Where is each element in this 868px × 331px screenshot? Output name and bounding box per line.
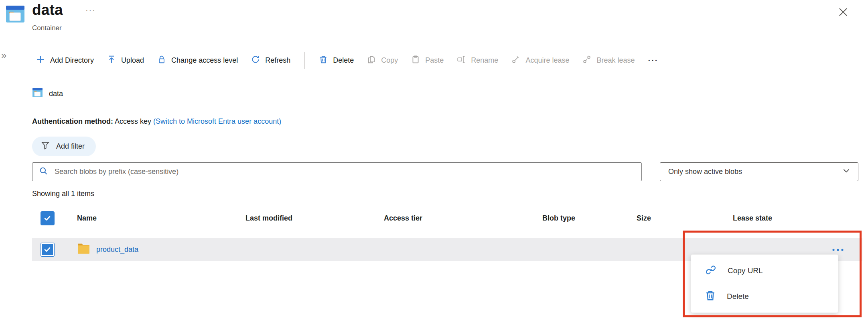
breadcrumb-container-name[interactable]: data: [49, 90, 63, 98]
folder-icon: [77, 243, 90, 256]
lease-icon: [511, 55, 520, 66]
select-all-checkbox[interactable]: [41, 211, 55, 225]
command-bar: Add Directory Upload Change access level…: [36, 49, 659, 72]
close-icon[interactable]: [835, 4, 851, 20]
container-icon: [6, 5, 25, 23]
column-header-access-tier[interactable]: Access tier: [384, 214, 542, 223]
rename-button[interactable]: Rename: [457, 55, 498, 66]
link-icon: [705, 264, 717, 278]
search-input[interactable]: [55, 168, 635, 176]
container-small-icon: [32, 88, 43, 100]
upload-icon: [107, 55, 116, 66]
plus-icon: [36, 55, 45, 66]
break-lease-icon: [582, 55, 591, 66]
context-menu-item-label: Delete: [727, 292, 749, 301]
page-title: data: [32, 2, 63, 18]
blob-folder-link[interactable]: product_data: [96, 245, 138, 254]
column-header-size[interactable]: Size: [637, 214, 733, 223]
blade-subtitle: Container: [32, 24, 62, 32]
paste-button[interactable]: Paste: [411, 55, 444, 66]
chevron-down-icon: [842, 166, 851, 177]
blob-container-blade: » data ··· Container Add Directory Uploa…: [0, 0, 868, 331]
copy-icon: [367, 55, 376, 66]
trash-icon: [705, 290, 716, 303]
items-summary: Showing all 1 items: [32, 190, 94, 198]
auth-label: Authentication method:: [32, 117, 113, 125]
column-header-last-modified[interactable]: Last modified: [245, 214, 384, 223]
row-context-menu: Copy URL Delete: [691, 254, 838, 313]
change-access-level-button[interactable]: Change access level: [157, 55, 238, 66]
add-filter-button[interactable]: Add filter: [32, 137, 96, 156]
trash-icon: [319, 55, 328, 66]
add-filter-label: Add filter: [56, 142, 85, 151]
dropdown-value: Only show active blobs: [668, 168, 742, 176]
funnel-icon: [41, 141, 50, 152]
paste-icon: [411, 55, 420, 66]
column-header-name[interactable]: Name: [63, 214, 245, 223]
refresh-button[interactable]: Refresh: [251, 55, 290, 66]
rename-icon: [457, 55, 466, 66]
context-menu-delete[interactable]: Delete: [691, 284, 838, 309]
blob-search-box[interactable]: [32, 162, 642, 181]
expand-panel-chevrons-icon[interactable]: »: [1, 50, 6, 61]
acquire-lease-button[interactable]: Acquire lease: [511, 55, 569, 66]
breadcrumb: data: [32, 88, 63, 100]
add-directory-button[interactable]: Add Directory: [36, 55, 94, 66]
context-menu-copy-url[interactable]: Copy URL: [691, 258, 838, 284]
break-lease-icon-button[interactable]: Break lease: [582, 55, 635, 66]
context-menu-item-label: Copy URL: [728, 266, 763, 275]
search-icon: [39, 166, 48, 177]
refresh-icon: [251, 55, 260, 66]
toolbar-more-icon[interactable]: ···: [648, 56, 659, 65]
switch-auth-link[interactable]: (Switch to Microsoft Entra user account): [153, 117, 281, 125]
delete-button[interactable]: Delete: [319, 55, 354, 66]
title-more-icon[interactable]: ···: [84, 4, 97, 16]
auth-value: Access key: [115, 117, 151, 125]
lock-icon: [157, 55, 166, 66]
table-header: Name Last modified Access tier Blob type…: [32, 209, 862, 227]
toolbar-divider: [304, 52, 305, 69]
column-header-blob-type[interactable]: Blob type: [542, 214, 637, 223]
row-more-icon[interactable]: [832, 245, 844, 254]
blob-state-dropdown[interactable]: Only show active blobs: [660, 162, 858, 181]
authentication-method-line: Authentication method: Access key (Switc…: [32, 117, 281, 126]
row-checkbox[interactable]: [41, 243, 55, 257]
column-header-lease-state[interactable]: Lease state: [733, 214, 862, 223]
upload-button[interactable]: Upload: [107, 55, 144, 66]
copy-button[interactable]: Copy: [367, 55, 398, 66]
